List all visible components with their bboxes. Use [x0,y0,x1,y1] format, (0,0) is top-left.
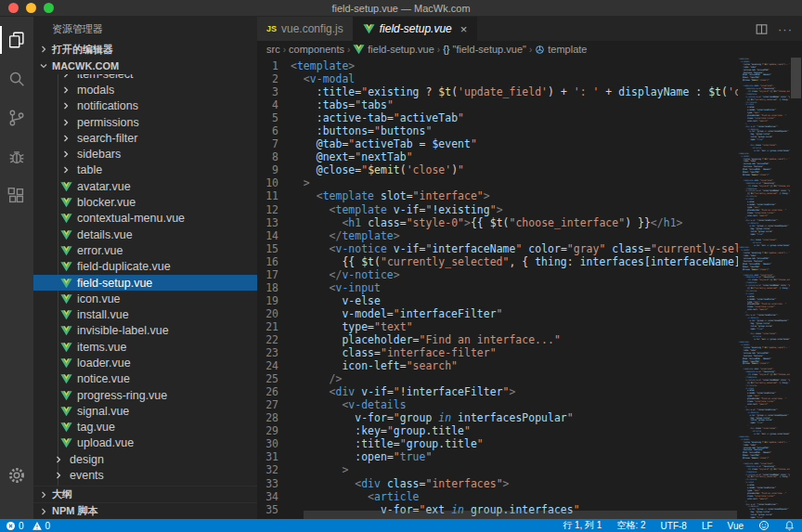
vscode-window: field-setup.vue — MacWk.com 资源管理器 打开的编辑器… [0,0,802,532]
line-number: 9 [257,163,291,176]
tree-file-invisible-label.vue[interactable]: invisible-label.vue [33,323,257,339]
workspace-section[interactable]: MACWK.COM [33,58,257,74]
code-line-4: 4 :tabs="tabs" [257,98,738,111]
npm-scripts-section[interactable]: NPM 脚本 [33,502,257,519]
minimize-window-button[interactable] [26,3,36,13]
line-number: 27 [257,398,291,411]
code-line-14: 14 </template> [257,229,738,242]
tree-file-avatar.vue[interactable]: avatar.vue [33,178,257,194]
breadcrumb-item-field-setup.vue[interactable]: field-setup.vue [353,44,434,55]
horizontal-scrollbar-thumb[interactable] [304,511,737,519]
breadcrumb-item-components[interactable]: components [289,44,344,55]
code-line-34: 34 <article [257,490,738,503]
line-number: 8 [257,150,291,163]
tree-folder-events[interactable]: events [33,467,257,483]
tree-file-field-setup.vue[interactable]: field-setup.vue [33,275,257,291]
tree-folder-notifications[interactable]: notifications [33,98,257,114]
status-language-mode[interactable]: Vue [728,521,744,531]
tree-file-signal.vue[interactable]: signal.vue [33,403,257,419]
vertical-scrollbar[interactable] [790,58,802,519]
chevron-right-icon [37,488,50,501]
vue-file-icon [58,292,73,306]
vue-file-icon [58,388,73,403]
status-indentation[interactable]: 空格: 2 [616,519,645,532]
tree-folder-search-filter[interactable]: search-filter [33,130,257,146]
chevron-right-icon [58,98,73,113]
code-line-6: 6 :buttons="buttons" [257,124,738,137]
close-tab-icon[interactable]: × [460,23,468,35]
status-encoding[interactable]: UTF-8 [661,521,687,531]
search-icon[interactable] [0,59,33,98]
extensions-icon[interactable] [0,176,33,215]
line-number: 12 [257,203,291,216]
tree-file-loader.vue[interactable]: loader.vue [33,355,257,370]
tree-file-items.vue[interactable]: items.vue [33,339,257,355]
code-editor[interactable]: 1<template>2 <v-modal3 :title="existing … [257,58,738,519]
error-icon [6,521,16,531]
tree-folder-permissions[interactable]: permissions [33,114,257,130]
tree-folder-table[interactable]: table [33,162,257,178]
breadcrumb: src›components›field-setup.vue›{}"field-… [257,41,802,58]
chevron-right-icon [51,452,66,467]
explorer-icon[interactable] [0,20,33,59]
tree-file-notice.vue[interactable]: notice.vue [33,371,257,387]
source-control-icon[interactable] [0,98,33,137]
outline-section[interactable]: 大纲 [33,486,257,502]
tree-item-label: install.vue [77,308,129,321]
tree-file-field-duplicate.vue[interactable]: field-duplicate.vue [33,259,257,275]
minimap[interactable]: <template> <v-modal :title="existing ? $… [738,58,790,519]
notifications-bell-icon[interactable] [784,520,795,531]
settings-gear-icon[interactable] [0,456,33,495]
tree-file-tag.vue[interactable]: tag.vue [33,420,257,435]
debug-icon[interactable] [0,137,33,176]
tree-file-blocker.vue[interactable]: blocker.vue [33,194,257,210]
status-cursor-position[interactable]: 行 1, 列 1 [563,519,602,532]
code-line-10: 10 > [257,176,738,189]
line-number: 15 [257,242,291,255]
code-line-22: 22 placeholder="Find an interface..." [257,333,738,346]
breadcrumb-item-template[interactable]: template [535,44,587,55]
breadcrumb-item-field-setup.vue[interactable]: {}"field-setup.vue" [443,44,526,55]
tree-item-label: search-filter [77,132,137,145]
tree-file-icon.vue[interactable]: icon.vue [33,291,257,306]
vue-file-icon [58,307,73,322]
tree-file-error.vue[interactable]: error.vue [33,242,257,258]
vertical-scrollbar-thumb[interactable] [791,58,801,98]
split-editor-icon[interactable] [755,22,769,36]
tree-file-install.vue[interactable]: install.vue [33,306,257,322]
problems-warnings[interactable]: 0 [32,521,51,531]
feedback-smiley-icon[interactable] [758,520,770,531]
breadcrumb-label: components [289,44,344,55]
line-number: 16 [257,255,291,268]
zoom-window-button[interactable] [44,3,54,13]
more-actions-icon[interactable]: ··· [778,22,793,36]
status-eol[interactable]: LF [702,521,713,531]
tree-folder-design[interactable]: design [33,451,257,467]
breadcrumb-item-src[interactable]: src [266,44,280,55]
tree-item-label: blocker.vue [77,196,136,209]
tree-file-upload.vue[interactable]: upload.vue [33,435,257,451]
close-window-button[interactable] [8,3,19,13]
tree-folder-modals[interactable]: modals [33,82,257,97]
problems-errors[interactable]: 0 [6,521,24,531]
open-editors-section[interactable]: 打开的编辑器 [33,41,257,58]
tree-file-progress-ring.vue[interactable]: progress-ring.vue [33,387,257,403]
line-number: 2 [257,72,291,85]
js-file-icon: JS [266,24,277,33]
vue-file-icon [58,195,73,210]
tab-label: vue.config.js [281,22,343,35]
tree-item-label: notifications [77,99,138,112]
code-line-7: 7 @tab="activeTab = $event" [257,137,738,150]
open-editors-label: 打开的编辑器 [52,43,113,57]
tree-file-contextual-menu.vue[interactable]: contextual-menu.vue [33,211,257,227]
tree-folder-sidebars[interactable]: sidebars [33,146,257,162]
line-number: 33 [257,477,291,490]
line-number: 14 [257,229,291,242]
code-line-5: 5 :active-tab="activeTab" [257,111,738,124]
code-line-9: 9 @close="$emit('close')" [257,163,738,176]
tab-field-setup.vue[interactable]: field-setup.vue× [354,17,478,41]
tree-folder-item-select[interactable]: item-select [33,74,257,82]
vue-file-icon [353,44,365,55]
tree-file-details.vue[interactable]: details.vue [33,227,257,242]
tab-vue.config.js[interactable]: JSvue.config.js [257,17,354,41]
